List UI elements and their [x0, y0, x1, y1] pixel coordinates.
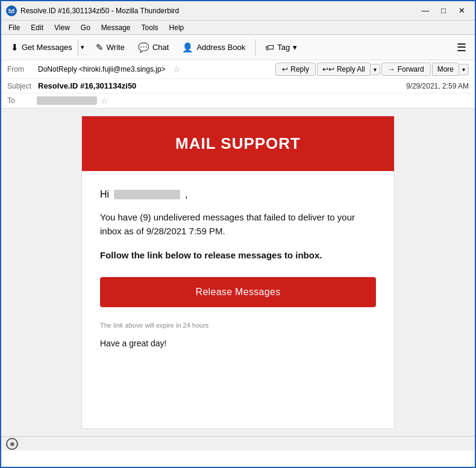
reply-all-split: ↩↩ Reply All ▾	[317, 63, 380, 76]
menu-view[interactable]: View	[49, 22, 75, 33]
write-label: Write	[107, 43, 125, 52]
reply-icon: ↩	[282, 65, 288, 73]
write-icon: ✎	[96, 42, 104, 53]
from-row: From DoNotReply <hiroki.fujii@me3.sings.…	[1, 60, 475, 79]
toolbar: ⬇ Get Messages ▾ ✎ Write 💬 Chat 👤 Addres…	[1, 35, 475, 60]
menu-bar: File Edit View Go Message Tools Help	[1, 20, 475, 35]
email-content: PHISHING MAIL SUPPORT Hi , You have (9) …	[81, 116, 395, 429]
tag-icon: 🏷	[265, 42, 274, 52]
status-icon: ◉	[6, 438, 18, 450]
from-star-icon[interactable]: ☆	[173, 64, 181, 74]
reply-all-label: Reply All	[337, 65, 365, 73]
subject-value: Resolve.ID #16,301134zi50	[38, 81, 136, 90]
chat-icon: 💬	[138, 42, 149, 53]
tag-dropdown-arrow: ▾	[293, 43, 297, 52]
action-buttons: ↩ Reply ↩↩ Reply All ▾ → Forward More ▾	[275, 63, 469, 76]
write-button[interactable]: ✎ Write	[90, 39, 130, 56]
email-body: PHISHING MAIL SUPPORT Hi , You have (9) …	[1, 108, 475, 436]
reply-all-button[interactable]: ↩↩ Reply All	[317, 63, 370, 76]
more-button[interactable]: More	[432, 63, 459, 76]
more-dropdown[interactable]: ▾	[459, 64, 469, 75]
closing-text: Have a great day!	[100, 339, 376, 348]
email-date: 9/29/2021, 2:59 AM	[406, 82, 469, 90]
body-message: You have (9) undelivered messages that f…	[100, 211, 376, 238]
subject-row: Subject Resolve.ID #16,301134zi50 9/29/2…	[1, 79, 475, 93]
to-row: To ☆	[1, 93, 475, 108]
reply-button[interactable]: ↩ Reply	[275, 63, 316, 76]
reply-all-dropdown[interactable]: ▾	[370, 64, 380, 75]
status-symbol: ◉	[10, 440, 15, 447]
get-messages-dropdown[interactable]: ▾	[78, 39, 87, 56]
forward-label: Forward	[398, 65, 424, 73]
hamburger-button[interactable]: ☰	[452, 39, 471, 57]
email-header: From DoNotReply <hiroki.fujii@me3.sings.…	[1, 60, 475, 108]
address-book-button[interactable]: 👤 Address Book	[177, 39, 251, 56]
tag-button[interactable]: 🏷 Tag ▾	[260, 39, 302, 55]
reply-all-icon: ↩↩	[322, 65, 334, 73]
tag-label: Tag	[277, 43, 290, 52]
app-icon	[6, 5, 17, 16]
to-star-icon[interactable]: ☆	[101, 96, 108, 105]
reply-label: Reply	[290, 65, 309, 73]
expire-notice: The link above will expire in 24 hours	[100, 322, 376, 329]
close-button[interactable]: ✕	[453, 4, 470, 17]
forward-button[interactable]: → Forward	[381, 63, 431, 76]
to-label: To	[7, 96, 34, 105]
status-bar: ◉	[1, 436, 475, 451]
get-messages-group: ⬇ Get Messages ▾	[5, 39, 88, 57]
menu-message[interactable]: Message	[96, 22, 136, 33]
banner-title: MAIL SUPPORT	[175, 134, 301, 152]
address-book-icon: 👤	[182, 42, 193, 53]
greeting-line: Hi ,	[100, 189, 376, 200]
menu-file[interactable]: File	[4, 22, 25, 33]
from-label: From	[7, 65, 34, 73]
address-book-label: Address Book	[196, 43, 245, 52]
email-banner: MAIL SUPPORT	[82, 116, 394, 171]
toolbar-separator	[255, 39, 255, 56]
get-messages-label: Get Messages	[22, 43, 72, 52]
maximize-button[interactable]: □	[435, 4, 452, 17]
chat-label: Chat	[152, 43, 169, 52]
menu-help[interactable]: Help	[164, 22, 189, 33]
more-split: More ▾	[432, 63, 469, 76]
window-controls: — □ ✕	[417, 4, 470, 17]
to-value-blurred	[37, 96, 97, 105]
greeting-text: Hi	[100, 189, 109, 200]
subject-label: Subject	[7, 82, 34, 90]
menu-go[interactable]: Go	[76, 22, 95, 33]
recipient-name-blurred	[114, 190, 180, 199]
chat-button[interactable]: 💬 Chat	[133, 39, 174, 56]
get-messages-icon: ⬇	[11, 42, 19, 53]
window-title: Resolve.ID #16,301134zi50 - Mozilla Thun…	[20, 7, 417, 15]
greeting-comma: ,	[185, 189, 187, 200]
menu-edit[interactable]: Edit	[26, 22, 48, 33]
menu-tools[interactable]: Tools	[137, 22, 163, 33]
from-value: DoNotReply <hiroki.fujii@me3.sings.jp>	[38, 65, 166, 73]
forward-icon: →	[388, 65, 395, 73]
title-bar: Resolve.ID #16,301134zi50 - Mozilla Thun…	[1, 1, 475, 20]
email-message-body: Hi , You have (9) undelivered messages t…	[82, 171, 394, 360]
release-messages-button[interactable]: Release Messages	[100, 277, 376, 307]
get-messages-button[interactable]: ⬇ Get Messages	[5, 39, 78, 56]
minimize-button[interactable]: —	[417, 4, 434, 17]
more-label: More	[437, 65, 454, 73]
body-instruction: Follow the link below to release message…	[100, 249, 376, 263]
